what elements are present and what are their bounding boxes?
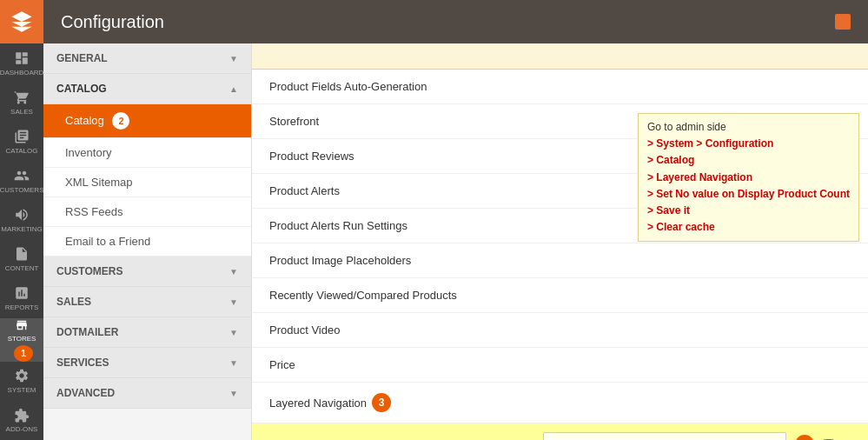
- config-label-product-image: Product Image Placeholders: [252, 243, 530, 277]
- config-label-storefront: Storefront: [252, 104, 530, 138]
- nav-item-inventory[interactable]: Inventory: [43, 138, 251, 168]
- sidebar-item-stores[interactable]: STORES 1: [0, 318, 43, 362]
- nav-section-catalog[interactable]: CATALOG ▲: [43, 74, 251, 104]
- config-row-product-fields: Product Fields Auto-Generation: [252, 70, 868, 104]
- config-row-display-product-count: Display Product Count [store view] Yes N…: [252, 423, 868, 440]
- config-row-storefront: Storefront Go to admin side > System > C…: [252, 104, 868, 139]
- stores-badge: 1: [14, 345, 33, 362]
- sidebar-item-reports[interactable]: REPORTS: [0, 279, 43, 318]
- config-label-recently-viewed: Recently Viewed/Compared Products: [252, 278, 530, 312]
- config-label-product-alerts-run: Product Alerts Run Settings: [252, 209, 530, 243]
- config-row-product-image: Product Image Placeholders: [252, 243, 868, 278]
- config-label-product-video: Product Video: [252, 313, 530, 347]
- icon-sidebar: DASHBOARD SALES CATALOG CUSTOMERS MARKET…: [0, 0, 43, 440]
- sidebar-item-marketing[interactable]: MARKETING: [0, 200, 43, 239]
- sidebar-item-customers[interactable]: CUSTOMERS: [0, 161, 43, 200]
- sidebar-item-content[interactable]: CONTENT: [0, 240, 43, 279]
- left-nav: GENERAL ▼ CATALOG ▲ Catalog 2 Inventory …: [43, 43, 252, 440]
- sidebar-item-dashboard[interactable]: DASHBOARD: [0, 43, 43, 83]
- config-value-product-image: [530, 243, 868, 277]
- page-title: Configuration: [61, 12, 164, 32]
- nav-section-sales[interactable]: SALES ▼: [43, 287, 251, 317]
- config-value-layered-navigation: [530, 383, 868, 423]
- config-row-layered-navigation: Layered Navigation 3: [252, 383, 868, 423]
- config-label-product-alerts: Product Alerts: [252, 174, 530, 208]
- nav-section-advanced[interactable]: ADVANCED ▼: [43, 378, 251, 409]
- chevron-up-icon: ▲: [229, 84, 238, 94]
- config-row-product-alerts: Product Alerts: [252, 174, 868, 209]
- sidebar-item-system[interactable]: SYSTEM: [0, 362, 43, 401]
- config-value-price: [530, 348, 868, 382]
- nav-section-general[interactable]: GENERAL ▼: [43, 43, 251, 74]
- nav-item-rss-feeds[interactable]: RSS Feeds: [43, 197, 251, 227]
- config-row-product-video: Product Video: [252, 313, 868, 348]
- config-label-layered-navigation: Layered Navigation 3: [252, 383, 530, 423]
- main-area: Configuration GENERAL ▼ CATALOG ▲ Catalo…: [43, 0, 868, 440]
- config-value-recently-viewed: [530, 278, 868, 312]
- notice-banner: [252, 43, 868, 70]
- sidebar-item-extensions[interactable]: ADD-ONS: [0, 401, 43, 440]
- step-badge-4: 4: [795, 435, 814, 440]
- config-value-storefront: Go to admin side > System > Configuratio…: [530, 104, 868, 138]
- config-row-product-reviews: Product Reviews: [252, 139, 868, 174]
- display-product-count-select[interactable]: Yes No: [543, 432, 786, 440]
- chevron-down-icon: ▼: [229, 389, 238, 398]
- nav-item-xml-sitemap[interactable]: XML Sitemap: [43, 168, 251, 197]
- chevron-down-icon: ▼: [229, 328, 238, 337]
- sidebar-item-sales[interactable]: SALES: [0, 83, 43, 122]
- content-area: GENERAL ▼ CATALOG ▲ Catalog 2 Inventory …: [43, 43, 868, 440]
- step-badge-3: 3: [372, 393, 391, 412]
- app-logo[interactable]: [0, 0, 43, 43]
- right-content: Product Fields Auto-Generation Storefron…: [252, 43, 868, 440]
- config-table: Product Fields Auto-Generation Storefron…: [252, 70, 868, 440]
- config-row-product-alerts-run: Product Alerts Run Settings: [252, 209, 868, 243]
- config-label-price: Price: [252, 348, 530, 382]
- nav-item-email-to-friend[interactable]: Email to a Friend: [43, 227, 251, 257]
- top-right-indicator: [835, 14, 851, 30]
- nav-section-customers[interactable]: CUSTOMERS ▼: [43, 257, 251, 287]
- chevron-down-icon: ▼: [229, 267, 238, 277]
- config-value-product-fields: [530, 70, 868, 103]
- top-bar: Configuration: [43, 0, 868, 43]
- step-badge-2: 2: [112, 112, 129, 130]
- config-value-display-product-count: Yes No 4 Use system value: [530, 423, 868, 440]
- sidebar-item-catalog[interactable]: CATALOG: [0, 122, 43, 161]
- config-row-recently-viewed: Recently Viewed/Compared Products: [252, 278, 868, 313]
- config-label-display-product-count: Display Product Count [store view]: [252, 423, 530, 440]
- config-value-product-alerts-run: [530, 209, 868, 243]
- chevron-down-icon: ▼: [229, 54, 238, 63]
- nav-section-dotmailer[interactable]: DOTMAILER ▼: [43, 317, 251, 348]
- config-value-product-alerts: [530, 174, 868, 208]
- config-row-price: Price: [252, 348, 868, 383]
- config-label-product-reviews: Product Reviews: [252, 139, 530, 173]
- nav-section-services[interactable]: SERVICES ▼: [43, 348, 251, 378]
- nav-item-catalog[interactable]: Catalog 2: [43, 104, 251, 138]
- chevron-down-icon: ▼: [229, 297, 238, 307]
- config-value-product-video: [530, 313, 868, 347]
- config-value-product-reviews: [530, 139, 868, 173]
- config-label-product-fields: Product Fields Auto-Generation: [252, 70, 530, 103]
- chevron-down-icon: ▼: [229, 358, 238, 368]
